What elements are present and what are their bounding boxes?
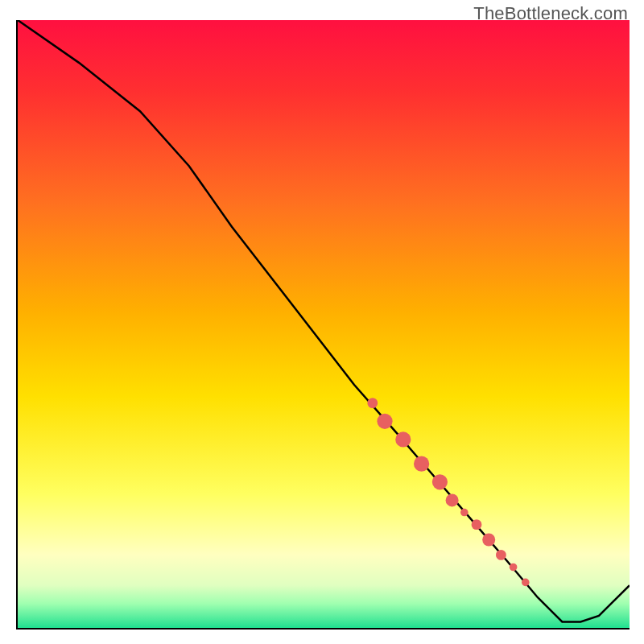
highlight-dot — [395, 431, 411, 447]
highlight-dot — [367, 398, 378, 408]
gradient-background — [18, 20, 630, 628]
highlight-dot — [496, 550, 506, 560]
highlight-dot — [414, 456, 429, 472]
highlight-dot — [446, 493, 459, 506]
highlight-dot — [522, 579, 530, 587]
chart-container: TheBottleneck.com — [0, 0, 644, 644]
highlight-dot — [460, 509, 469, 517]
highlight-dot — [482, 534, 495, 547]
highlight-dot — [472, 519, 482, 530]
plot-area — [16, 20, 630, 630]
highlight-dot — [510, 564, 518, 572]
highlight-dot — [377, 414, 392, 429]
plot-svg — [18, 20, 630, 628]
highlight-dot — [432, 474, 448, 489]
